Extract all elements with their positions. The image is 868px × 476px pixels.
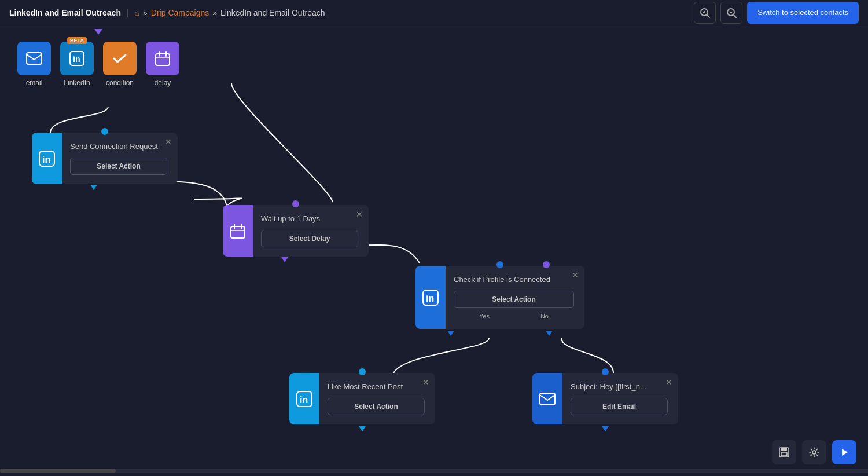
bottom-toolbar: [772, 440, 856, 464]
like-post-body: ✕ Like Most Recent Post Select Action: [319, 373, 435, 424]
save-icon: [778, 446, 790, 458]
delay-title: Wait up to 1 Days: [261, 214, 349, 223]
like-post-title: Like Most Recent Post: [328, 382, 415, 391]
bottom-scrollbar[interactable]: [0, 469, 868, 473]
conn-dot-top2-condition: [543, 261, 550, 268]
yes-label: Yes: [479, 313, 490, 320]
connection-request-body: ✕ Send Connection Request Select Action: [62, 133, 178, 184]
no-label: No: [540, 313, 549, 320]
breadcrumb-arrow: »: [143, 8, 148, 17]
tool-delay[interactable]: delay: [146, 42, 179, 87]
like-post-action-btn[interactable]: Select Action: [328, 398, 425, 415]
condition-close[interactable]: ✕: [572, 270, 579, 280]
save-button[interactable]: [772, 440, 796, 464]
tool-email[interactable]: email: [17, 42, 51, 87]
delay-close[interactable]: ✕: [356, 210, 363, 219]
svg-text:in: in: [42, 155, 50, 164]
breadcrumb-drip[interactable]: Drip Campaigns: [151, 8, 209, 17]
settings-button[interactable]: [802, 440, 826, 464]
email-body: ✕ Subject: Hey [[first_n... Edit Email: [562, 373, 678, 424]
zoom-out-button[interactable]: [720, 2, 742, 24]
conn-arrow-bottom-like: [359, 426, 366, 431]
linkedin-tool-label: LinkedIn: [64, 79, 90, 87]
svg-rect-27: [781, 452, 787, 456]
email-tool-icon: [26, 52, 42, 65]
linkedin-sidebar-icon-connection: in: [39, 151, 55, 167]
home-icon[interactable]: ⌂: [135, 8, 139, 17]
svg-rect-10: [156, 54, 170, 65]
svg-marker-29: [842, 449, 848, 456]
node-delay: ✕ Wait up to 1 Days Select Delay: [223, 205, 369, 257]
connection-request-close[interactable]: ✕: [165, 137, 172, 147]
delay-action-btn[interactable]: Select Delay: [261, 230, 358, 247]
tool-linkedin[interactable]: BETA in LinkedIn: [60, 42, 94, 87]
breadcrumb-arrow2: »: [212, 8, 217, 17]
switch-contacts-button[interactable]: Switch to selected contacts: [747, 2, 859, 24]
conn-dot-top-condition: [496, 261, 503, 268]
zoom-in-icon: [700, 8, 710, 18]
linkedin-tool-icon: in: [69, 51, 84, 66]
delay-sidebar-icon: [230, 224, 245, 239]
play-icon: [839, 447, 849, 457]
conn-dot-top-email: [602, 368, 609, 375]
settings-icon: [808, 446, 820, 458]
toolbar-row: email BETA in LinkedIn condition: [17, 42, 179, 87]
condition-sidebar: in: [415, 266, 446, 329]
zoom-in-button[interactable]: [694, 2, 716, 24]
zoom-out-icon: [726, 8, 737, 18]
svg-rect-7: [27, 53, 42, 64]
conn-arrow-no: [546, 331, 553, 336]
condition-action-btn[interactable]: Select Action: [454, 291, 574, 308]
conn-dot-top-connection: [101, 128, 108, 135]
delay-tool-box[interactable]: [146, 42, 179, 75]
delay-arrow-indicator: [94, 29, 102, 35]
canvas: email BETA in LinkedIn condition: [0, 25, 868, 476]
delay-tool-label: delay: [155, 79, 171, 87]
svg-line-6: [734, 15, 736, 17]
condition-tool-box[interactable]: [103, 42, 137, 75]
linkedin-sidebar-connection: in: [32, 133, 62, 184]
svg-rect-16: [231, 226, 245, 238]
node-like-post: in ✕ Like Most Recent Post Select Action: [289, 373, 435, 424]
breadcrumb: LinkedIn and Email Outreach | ⌂ » Drip C…: [9, 8, 325, 17]
play-button[interactable]: [832, 440, 856, 464]
breadcrumb-current: LinkedIn and Email Outreach: [220, 8, 325, 17]
svg-text:in: in: [73, 54, 80, 64]
condition-labels: Yes No: [454, 313, 574, 320]
delay-sidebar: [223, 205, 253, 257]
scrollbar-thumb: [0, 469, 116, 473]
header-right: Switch to selected contacts: [694, 2, 859, 24]
email-sidebar-icon: [539, 393, 556, 405]
condition-body: ✕ Check if Profile is Connected Select A…: [446, 266, 584, 329]
svg-rect-26: [781, 448, 787, 451]
linkedin-tool-box[interactable]: BETA in: [60, 42, 94, 75]
svg-line-3: [707, 15, 709, 17]
email-close[interactable]: ✕: [665, 378, 672, 387]
conn-dot-bottom-delay: [281, 257, 288, 262]
svg-text:in: in: [300, 395, 308, 405]
svg-text:in: in: [426, 294, 434, 303]
svg-point-28: [812, 451, 816, 454]
email-tool-label: email: [26, 79, 43, 87]
condition-title: Check if Profile is Connected: [454, 275, 565, 284]
like-post-sidebar: in: [289, 373, 319, 424]
email-action-btn[interactable]: Edit Email: [571, 398, 668, 415]
page-title: LinkedIn and Email Outreach: [9, 8, 121, 17]
email-tool-box[interactable]: [17, 42, 51, 75]
node-connection-request: in ✕ Send Connection Request Select Acti…: [32, 133, 178, 184]
conn-dot-bottom-connection: [90, 185, 97, 190]
email-sidebar: [532, 373, 562, 424]
like-post-close[interactable]: ✕: [422, 378, 429, 387]
tool-condition[interactable]: condition: [103, 42, 137, 87]
node-condition: in ✕ Check if Profile is Connected Selec…: [415, 266, 584, 329]
beta-badge: BETA: [67, 37, 87, 44]
linkedin-sidebar-icon-condition: in: [422, 290, 439, 306]
delay-body: ✕ Wait up to 1 Days Select Delay: [253, 205, 369, 257]
node-email: ✕ Subject: Hey [[first_n... Edit Email: [532, 373, 678, 424]
condition-tool-icon: [112, 52, 128, 65]
connection-request-action-btn[interactable]: Select Action: [70, 158, 167, 175]
svg-rect-24: [540, 393, 555, 405]
delay-tool-icon: [155, 51, 170, 66]
email-title: Subject: Hey [[first_n...: [571, 382, 659, 391]
header: LinkedIn and Email Outreach | ⌂ » Drip C…: [0, 0, 868, 25]
